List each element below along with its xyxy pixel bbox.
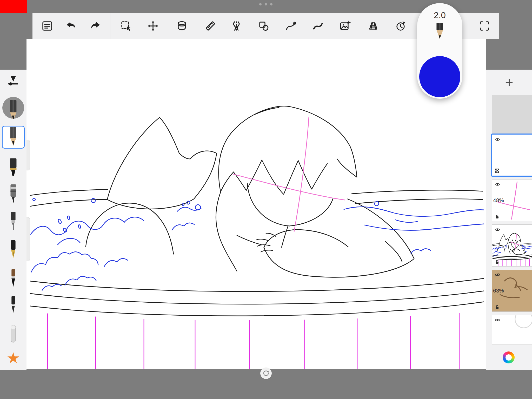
color-swatch[interactable] — [419, 56, 460, 97]
layer-row-1[interactable] — [491, 134, 532, 177]
pencil-round-icon — [6, 99, 21, 119]
curve-button[interactable] — [282, 13, 300, 39]
lock-icon[interactable] — [494, 214, 500, 220]
layer-opacity-badge: 63% — [493, 288, 504, 294]
lock-icon[interactable] — [494, 259, 500, 265]
pencil-icon — [7, 127, 20, 148]
fullscreen-button[interactable] — [476, 13, 493, 39]
technical-pen-icon — [7, 211, 19, 231]
move-arrows-icon — [147, 20, 159, 32]
favorites-button[interactable]: ★ — [6, 350, 21, 366]
tip-slider-icon — [6, 75, 20, 88]
layer-row-4[interactable]: 63% — [492, 270, 532, 312]
perspective-button[interactable] — [364, 13, 382, 39]
marquee-select-icon — [120, 20, 132, 32]
eye-off-icon[interactable] — [494, 272, 501, 278]
color-wheel-button[interactable] — [503, 351, 515, 363]
brush-pen-icon — [7, 295, 19, 316]
menu-button[interactable] — [38, 13, 56, 39]
s-curve-icon — [312, 20, 324, 32]
fullscreen-corners-icon — [478, 20, 491, 32]
undo-button[interactable] — [62, 13, 80, 39]
active-tool-preview[interactable] — [2, 97, 24, 119]
select-button[interactable] — [117, 13, 135, 39]
fountain-pen-icon — [7, 240, 19, 260]
tool-fountain-pen[interactable] — [6, 240, 21, 260]
add-layer-button[interactable]: + — [486, 70, 532, 95]
layer-row-2[interactable]: 48% — [492, 179, 532, 221]
brush-settings-pill[interactable]: 2.0 — [417, 3, 462, 99]
shapes-icon — [257, 20, 270, 32]
warp-button[interactable] — [228, 13, 245, 39]
pencil-tip-icon — [432, 23, 447, 41]
clock-icon — [394, 20, 407, 32]
move-button[interactable] — [144, 13, 162, 39]
perspective-grid-icon — [367, 20, 380, 32]
fill-button[interactable] — [173, 13, 191, 39]
tool-brush-pen[interactable] — [6, 295, 21, 316]
rotate-canvas-button[interactable] — [260, 368, 272, 379]
tool-technical-pen[interactable] — [6, 211, 21, 231]
tool-pastel[interactable] — [6, 324, 21, 344]
redo-arrow-icon — [89, 20, 102, 32]
screen-recording-indicator[interactable] — [0, 0, 27, 13]
tool-marker[interactable] — [6, 158, 21, 178]
undo-arrow-icon — [65, 20, 77, 32]
timelapse-button[interactable] — [392, 13, 409, 39]
app-screen: 2.0 — [0, 0, 532, 399]
ruler-icon — [204, 20, 217, 32]
transparency-checker-icon[interactable] — [494, 168, 500, 174]
layer-opacity-badge: 48% — [493, 197, 504, 203]
layers-panel: + 48% 63% — [486, 70, 532, 370]
add-image-button[interactable] — [336, 13, 354, 39]
tool-pencil[interactable] — [2, 126, 25, 149]
panel-handle-lower[interactable] — [26, 217, 30, 261]
warp-lines-icon — [230, 20, 243, 32]
pastel-icon — [7, 324, 19, 344]
eye-icon[interactable] — [494, 227, 501, 232]
eye-icon[interactable] — [494, 137, 501, 142]
tool-airbrush[interactable] — [6, 183, 21, 204]
tool-sidebar: ★ — [0, 70, 26, 370]
paint-bucket-icon — [176, 20, 188, 32]
layer-row-5[interactable] — [492, 315, 532, 344]
redo-button[interactable] — [87, 13, 104, 39]
tool-adjust-button[interactable] — [6, 73, 21, 89]
list-icon — [41, 20, 54, 32]
toolbar-divider — [110, 13, 110, 39]
panel-handle-upper[interactable] — [26, 140, 30, 170]
brush-size-value: 2.0 — [434, 10, 446, 20]
shapes-button[interactable] — [255, 13, 272, 39]
tool-ink-brush[interactable] — [6, 268, 21, 289]
marker-icon — [7, 158, 19, 178]
layers-scroll-area — [492, 95, 532, 134]
stroke-button[interactable] — [309, 13, 327, 39]
eye-icon[interactable] — [494, 182, 501, 187]
ruler-button[interactable] — [202, 13, 219, 39]
sketch-artwork — [26, 39, 486, 369]
airbrush-icon — [7, 183, 19, 204]
drawing-canvas[interactable] — [26, 39, 486, 369]
curve-point-icon — [284, 20, 297, 32]
rotate-canvas-icon — [262, 369, 270, 377]
more-handle[interactable] — [259, 3, 272, 5]
star-icon: ★ — [6, 350, 20, 365]
image-plus-icon — [339, 20, 351, 32]
eye-icon[interactable] — [494, 317, 501, 323]
lock-icon[interactable] — [494, 304, 500, 310]
ink-brush-icon — [7, 268, 19, 289]
layer-row-3[interactable] — [492, 224, 532, 267]
